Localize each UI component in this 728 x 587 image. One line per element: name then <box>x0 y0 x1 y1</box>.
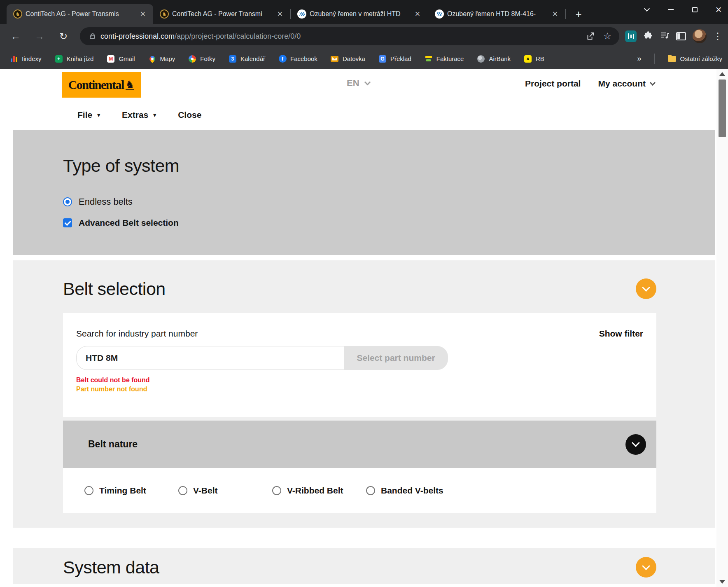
bookmark-gmail[interactable]: M Gmail <box>107 55 135 63</box>
profile-avatar[interactable] <box>693 29 707 43</box>
bookmark-kalendar[interactable]: 3 Kalendář <box>229 55 265 63</box>
tab-contitech-2[interactable]: ♞ ContiTech AG - Power Transmi × <box>153 4 290 24</box>
caret-down-icon: ▼ <box>96 112 101 118</box>
tab-separator <box>565 9 566 19</box>
tab-close-icon[interactable]: × <box>275 10 285 18</box>
maximize-button[interactable] <box>688 2 702 16</box>
close-menu[interactable]: Close <box>178 110 201 120</box>
chevron-down-icon <box>364 79 371 85</box>
photos-icon <box>188 55 196 63</box>
bookmark-rb[interactable]: × RB <box>524 55 544 63</box>
extensions-puzzle-icon[interactable] <box>643 30 653 42</box>
tab-ozubeny-remen-htd[interactable]: Ozubený řemen HTD 8M-416- × <box>428 4 565 24</box>
bookmark-mapy[interactable]: Mapy <box>148 55 175 63</box>
horse-icon: ♞ <box>126 80 135 90</box>
file-menu[interactable]: File▼ <box>77 110 101 120</box>
new-tab-button[interactable]: + <box>572 7 586 21</box>
bookmarks-bar: Iindexy + Kniha jízd M Gmail Mapy Fotky … <box>0 49 728 69</box>
scroll-up-icon[interactable] <box>719 72 725 76</box>
checkbox-checked-icon[interactable] <box>63 218 72 227</box>
forward-icon[interactable]: → <box>31 28 48 44</box>
show-filter-link[interactable]: Show filter <box>599 329 643 339</box>
bookmark-datovka[interactable]: Datovka <box>331 55 365 63</box>
continental-logo[interactable]: Continental ♞ <box>62 72 141 98</box>
bookmark-facebook[interactable]: f Facebook <box>278 55 317 63</box>
folder-icon <box>668 55 676 63</box>
browser-window: ♞ ContiTech AG - Power Transmis × ♞ Cont… <box>0 0 728 587</box>
tab-contitech-1[interactable]: ♞ ContiTech AG - Power Transmis × <box>7 4 153 24</box>
radio-unselected-icon[interactable] <box>178 486 187 495</box>
tab-close-icon[interactable]: × <box>413 10 422 18</box>
section-title: Type of system <box>63 156 656 176</box>
minimize-button[interactable] <box>664 2 678 16</box>
belt-favicon-icon <box>297 9 306 19</box>
radio-unselected-icon[interactable] <box>272 486 281 495</box>
collapse-section-button[interactable] <box>636 278 656 299</box>
chevron-down-icon <box>632 439 640 447</box>
reload-icon[interactable]: ↻ <box>55 28 72 44</box>
belt-not-found-error: Belt could not be found <box>76 377 643 384</box>
belt-favicon-icon <box>435 9 444 19</box>
caret-down-icon: ▼ <box>152 112 157 118</box>
radio-selected-icon[interactable] <box>63 197 72 206</box>
tab-close-icon[interactable]: × <box>551 10 560 18</box>
page-scrollbar[interactable] <box>716 69 728 587</box>
chevron-down-icon <box>650 80 656 85</box>
bookmark-preklad[interactable]: G Překlad <box>378 55 411 63</box>
bookmark-airbank[interactable]: AirBank <box>477 55 511 63</box>
tab-search-icon[interactable] <box>640 2 654 16</box>
belt-nature-header: Belt nature <box>63 421 656 468</box>
belt-selection-section: Belt selection Search for industry part … <box>13 260 715 528</box>
advanced-belt-selection-option[interactable]: Advanced Belt selection <box>63 218 656 228</box>
page-content: Continental ♞ EN Project portal My accou… <box>0 69 728 587</box>
bookmarks-overflow-button[interactable]: » <box>637 54 641 63</box>
part-number-not-found-error: Part number not found <box>76 386 643 393</box>
belt-nature-options: Timing Belt V-Belt V-Ribbed Belt Banded … <box>63 468 656 513</box>
select-part-number-button[interactable]: Select part number <box>344 346 448 370</box>
extensions-area: ⋮ <box>625 29 722 43</box>
back-icon[interactable]: ← <box>7 28 24 44</box>
radio-unselected-icon[interactable] <box>84 486 93 495</box>
banded-v-belts-option[interactable]: Banded V-belts <box>366 486 460 496</box>
scroll-down-icon[interactable] <box>719 580 725 584</box>
window-close-button[interactable]: × <box>712 2 726 16</box>
browser-menu-icon[interactable]: ⋮ <box>713 31 722 42</box>
bookmark-kniha-jizd[interactable]: + Kniha jízd <box>55 55 94 63</box>
bookmark-star-icon[interactable]: ☆ <box>602 31 613 42</box>
sheets-icon: + <box>55 55 63 63</box>
app-menubar: File▼ Extras▼ Close <box>77 110 201 120</box>
bookmark-fakturace[interactable]: Fakturace <box>425 55 464 63</box>
bookmark-iindexy[interactable]: Iindexy <box>10 55 42 62</box>
lock-icon[interactable] <box>90 35 95 39</box>
page-url[interactable]: conti-professional.com/app/project-porta… <box>100 32 578 41</box>
tab-close-icon[interactable]: × <box>138 10 147 18</box>
raiffeisen-icon: × <box>524 55 532 63</box>
chevron-down-icon <box>642 283 650 292</box>
contitech-favicon-icon: ♞ <box>13 9 22 19</box>
collapse-belt-nature-button[interactable] <box>625 434 646 455</box>
translate-icon: G <box>378 55 387 63</box>
share-icon[interactable] <box>585 31 595 42</box>
endless-belts-option[interactable]: Endless belts <box>63 196 656 207</box>
playlist-extension-icon[interactable] <box>660 30 670 42</box>
chart-icon <box>10 56 18 62</box>
language-selector[interactable]: EN <box>347 78 370 89</box>
other-bookmarks-button[interactable]: Ostatní záložky <box>668 55 722 63</box>
timing-belt-option[interactable]: Timing Belt <box>84 486 178 496</box>
teal-extension-icon[interactable] <box>625 30 637 42</box>
extras-menu[interactable]: Extras▼ <box>122 110 157 120</box>
bookmark-fotky[interactable]: Fotky <box>188 55 215 63</box>
side-panel-icon[interactable] <box>676 32 686 40</box>
v-ribbed-belt-option[interactable]: V-Ribbed Belt <box>272 486 366 496</box>
radio-unselected-icon[interactable] <box>366 486 375 495</box>
project-portal-link[interactable]: Project portal <box>525 79 581 89</box>
scrollbar-thumb[interactable] <box>719 80 726 137</box>
tab-ozubeny-remen-metraz[interactable]: Ozubený řemen v metráži HTD × <box>291 4 428 24</box>
bookmarks-divider <box>654 54 655 64</box>
collapse-section-button[interactable] <box>636 557 656 578</box>
v-belt-option[interactable]: V-Belt <box>178 486 272 496</box>
address-bar[interactable]: conti-professional.com/app/project-porta… <box>80 27 619 45</box>
part-number-input[interactable] <box>76 346 344 370</box>
part-number-search-card: Search for industry part number Show fil… <box>63 313 656 417</box>
my-account-menu[interactable]: My account <box>598 79 655 89</box>
